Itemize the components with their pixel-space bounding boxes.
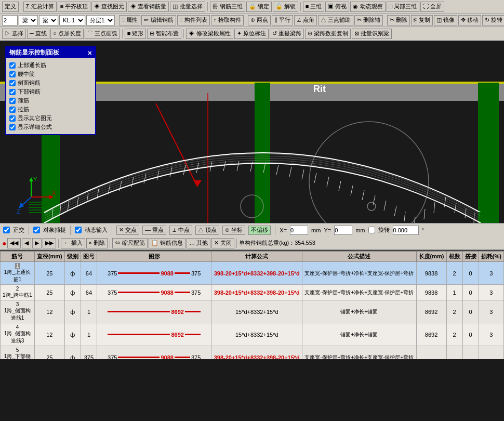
stirrup-checkbox[interactable] <box>9 98 16 104</box>
delete-row-button[interactable]: × 删除 <box>86 238 108 248</box>
table-row[interactable]: 4 1跨_侧面构 造筋3 12 ф 1 8692 <box>1 323 504 346</box>
waist-rebar-checkbox[interactable] <box>9 71 16 77</box>
bottom-rebar-checkbox[interactable] <box>9 89 16 95</box>
batch-select-button[interactable]: ◫ 批量选择 <box>170 2 205 12</box>
rotate-checkbox[interactable] <box>368 227 375 233</box>
pick-component-button[interactable]: ↑ 拾取构件 <box>211 15 244 25</box>
rebar-3d-button[interactable]: 冊 钢筋三维 <box>210 2 245 12</box>
unlock-button[interactable]: 🔓 解锁 <box>273 2 298 12</box>
cell-length: 8692 <box>416 323 446 346</box>
select-button[interactable]: ▷ 选择 <box>2 29 26 39</box>
delete-secondary-button[interactable]: ✂ 删除辅 <box>354 15 383 25</box>
inplace-label-button[interactable]: ✦ 原位标注 <box>234 29 269 39</box>
orthogonal-checkbox[interactable] <box>3 227 10 233</box>
modify-beam-section-button[interactable]: ◈ 修改梁段属性 <box>186 29 233 39</box>
intersection-button[interactable]: ✕ 交点 <box>116 226 139 235</box>
cell-count: 2 <box>446 262 462 285</box>
close-button[interactable]: ✕ 关闭 <box>211 238 234 248</box>
table-container[interactable]: 筋号 直径(mm) 级别 图号 图形 计算公式 公式描述 长度(mm) 根数 搭… <box>0 251 504 359</box>
next-button[interactable]: ▶ <box>32 238 42 248</box>
parallel-button[interactable]: ∥ 平行 <box>272 15 293 25</box>
cell-desc: 锚固+净长+锚固 <box>302 300 417 323</box>
point-length-button[interactable]: ○ 点加长度 <box>50 29 84 39</box>
rebar-info-button[interactable]: 📋 钢筋信息 <box>149 238 185 248</box>
local-3d-button[interactable]: □ 局部三维 <box>387 2 420 12</box>
two-point-button[interactable]: ⊕ 两点 <box>248 15 271 25</box>
insert-button[interactable]: ← 插入 <box>61 238 85 248</box>
rebar-item-waist: 腰中筋 <box>9 70 92 78</box>
scale-rebar-button[interactable]: ⇔ 缩尺配筋 <box>112 238 148 248</box>
coord-button[interactable]: ⊕ 坐标 <box>222 226 245 235</box>
first-button[interactable]: ◀◀ <box>7 238 21 248</box>
top-rebar-checkbox[interactable] <box>9 62 16 69</box>
prev-button[interactable]: ◀ <box>22 238 31 248</box>
table-row[interactable]: 3 1跨_侧面构 造筋1 12 ф 1 8692 <box>1 300 504 323</box>
cell-shape: 8692 <box>97 323 211 346</box>
separator <box>21 2 21 11</box>
kl-select[interactable]: KL-1 <box>59 15 85 25</box>
copy-button[interactable]: ⎘ 复制 <box>411 15 433 25</box>
fullscreen-button[interactable]: ⛶ 全屏 <box>420 2 444 12</box>
viewport[interactable]: 钢筋显示控制面板 × 上部通长筋 腰中筋 侧面钢筋 下部钢筋 箍筋 <box>0 41 504 223</box>
move-button[interactable]: ✥ 移动 <box>458 15 481 25</box>
batch-recognize-beam-button[interactable]: ⊠ 批量识别梁 <box>352 29 392 39</box>
sep-s4 <box>275 226 275 235</box>
cell-count: 1 <box>446 285 462 300</box>
re-extract-span-button[interactable]: ↺ 重提梁跨 <box>270 29 304 39</box>
rotate-button[interactable]: ↻ 旋转 <box>482 15 504 25</box>
table-row[interactable]: 1 1跨_上通长 筋1 25 ф 64 375 9088 <box>1 262 504 285</box>
rectangle-button[interactable]: ■ 矩形 <box>125 29 147 39</box>
cell-formula: 398-20+15*d+8332+398-20+15*d <box>211 346 302 360</box>
rotate-input[interactable] <box>393 226 419 235</box>
num-input[interactable] <box>2 15 18 25</box>
last-button[interactable]: ▶▶ <box>43 238 56 248</box>
close-panel-button[interactable]: × <box>88 49 92 57</box>
endpoint-button[interactable]: — 重点 <box>142 226 166 235</box>
cell-splice: 0 <box>462 323 479 346</box>
mirror-button[interactable]: ◫ 镜像 <box>434 15 457 25</box>
cell-figno: 1 <box>81 323 97 346</box>
cell-formula: 398-20+15*d+8332+398-20+15*d <box>211 285 302 300</box>
sep-n1 <box>58 239 59 248</box>
top-view-button[interactable]: ▣ 俯视 <box>325 2 349 12</box>
3d-button[interactable]: ■ 三维 <box>303 2 325 12</box>
angle-point-button[interactable]: ∠ 点角 <box>294 15 317 25</box>
three-point-assist-button[interactable]: △ 三点辅助 <box>318 15 353 25</box>
smart-layout-button[interactable]: ⊞ 智能布置 <box>147 29 181 39</box>
show-other-checkbox[interactable] <box>9 115 16 122</box>
component-list-button[interactable]: ≡ 构件列表 <box>177 15 210 25</box>
col-desc: 公式描述 <box>302 252 417 262</box>
span-data-copy-button[interactable]: ⊛ 梁跨数据复制 <box>305 29 351 39</box>
line-button[interactable]: ─ 直线 <box>27 29 49 39</box>
summary-calc-button[interactable]: Σ 汇总计算 <box>23 2 57 12</box>
edit-rebar-button[interactable]: ✏ 编辑钢筋 <box>141 15 176 25</box>
toppoint-button[interactable]: △ 顶点 <box>195 226 219 235</box>
find-element-button[interactable]: ◈ 查找图元 <box>91 2 127 12</box>
x-input[interactable] <box>290 226 308 235</box>
dynamic-input-checkbox[interactable] <box>75 227 82 233</box>
element-type-select[interactable]: 梁 <box>19 15 38 25</box>
lock-button[interactable]: 🔒 锁定 <box>246 2 272 12</box>
object-snap-checkbox[interactable] <box>33 227 40 233</box>
cell-length: 9838 <box>416 262 446 285</box>
define-button[interactable]: 定义 <box>2 2 19 12</box>
attribute-button[interactable]: ≡ 属性 <box>119 15 140 25</box>
tie-checkbox[interactable] <box>9 107 16 113</box>
element-type2-select[interactable]: 梁 <box>39 15 58 25</box>
side-rebar-checkbox[interactable] <box>9 80 16 86</box>
y-input[interactable] <box>334 226 352 235</box>
view-rebar-qty-button[interactable]: ◈ 查看钢筋量 <box>128 2 169 12</box>
layer-select[interactable]: 分层1 <box>86 15 115 25</box>
others-button[interactable]: … 其他 <box>187 238 210 248</box>
cell-splice <box>462 346 479 360</box>
midpoint-button[interactable]: ⊥ 中点 <box>169 226 192 235</box>
table-row[interactable]: 2 1跨_跨中筋1 25 ф 64 375 9088 375 <box>1 285 504 300</box>
show-formula-checkbox[interactable] <box>9 124 16 130</box>
delete-button[interactable]: ✂ 删除 <box>387 15 410 25</box>
three-point-arc-button[interactable]: ⌒ 三点画弧 <box>85 29 120 39</box>
table-row[interactable]: 5 1跨_下部钢 筋1 25 ф 375 375 9088 <box>1 346 504 360</box>
cell-grade: ф <box>64 300 81 323</box>
dynamic-observe-button[interactable]: ◉ 动态观察 <box>350 2 385 12</box>
align-top-button[interactable]: ≡ 平齐板顶 <box>58 2 90 12</box>
no-offset-button[interactable]: 不偏移 <box>248 226 271 235</box>
